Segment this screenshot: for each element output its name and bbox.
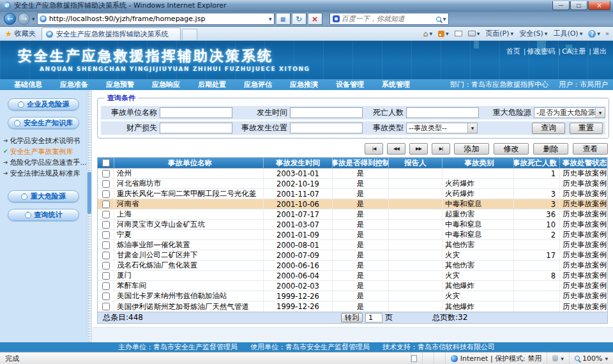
- header-link[interactable]: 首页: [506, 47, 520, 56]
- row-checkbox[interactable]: [102, 201, 110, 208]
- table-row[interactable]: 河南灵宝市义寺山金矿五坑 2001-03-07 是 中毒和窒息 10 历史事故案…: [98, 220, 607, 230]
- nav-item[interactable]: 后期处置: [189, 80, 235, 89]
- accident-type-select[interactable]: --事故类型-- ▼: [406, 123, 478, 133]
- address-chevron-down-icon[interactable]: ▼: [269, 17, 272, 21]
- row-checkbox[interactable]: [102, 190, 110, 198]
- column-header[interactable]: 事故单位名称: [114, 158, 264, 168]
- major-hazard-select[interactable]: -是否为重大危险源- ▼: [534, 107, 605, 118]
- row-checkbox[interactable]: [102, 221, 110, 229]
- refresh-icon[interactable]: ↻: [292, 13, 306, 25]
- table-row[interactable]: 重庆长风化一车间二苯甲酮工段二号光化釜 2001-11-07 是 火药爆炸 3 …: [98, 189, 607, 199]
- action-button[interactable]: 修改: [494, 143, 529, 155]
- sidebar-item[interactable]: ➔ 安全法律法规及标准库: [0, 168, 87, 179]
- history-chevron-down-icon[interactable]: ▼: [32, 17, 35, 21]
- search-magnifier-icon[interactable]: [436, 17, 441, 22]
- nav-item[interactable]: 设备管理: [327, 80, 373, 89]
- nav-item[interactable]: 应急推演: [281, 80, 327, 89]
- pager-button[interactable]: ◀◀: [387, 143, 405, 155]
- zoom-segment[interactable]: 100% ▼: [569, 353, 613, 364]
- feed-button[interactable]: ▼: [436, 31, 451, 37]
- table-row[interactable]: 炼油事业部—催化装置 2000-08-01 是 其他伤害 历史事故案例: [98, 240, 607, 250]
- death-count-input[interactable]: [406, 107, 479, 118]
- search-input[interactable]: [342, 15, 434, 23]
- location-input[interactable]: [290, 123, 363, 133]
- page-number-input[interactable]: [365, 313, 382, 322]
- maximize-button[interactable]: □: [570, 1, 587, 10]
- safety-menu[interactable]: 安全(S)▼: [517, 29, 549, 38]
- sidebar-item[interactable]: ✔ 安全生产事故案例库: [0, 146, 87, 157]
- overflow-chevron-icon[interactable]: »: [604, 30, 610, 37]
- table-row[interactable]: 宁夏 2001-01-09 是 中毒和窒息 2 历史事故案例: [98, 230, 607, 240]
- nav-item[interactable]: 应急准备: [51, 80, 97, 89]
- active-tab[interactable]: e 安全生产应急救援指挥辅助决策系统: [42, 27, 181, 40]
- sidebar-group-button[interactable]: ˇ 企业及危险源: [8, 98, 79, 110]
- row-checkbox[interactable]: [102, 231, 110, 239]
- pager-button[interactable]: |◀: [365, 143, 383, 155]
- new-tab-button[interactable]: [182, 29, 197, 40]
- table-row[interactable]: 美国北卡罗来纳州韦兹伯勒加油站 1999-12-26 是 火灾 历史事故案例: [98, 291, 607, 301]
- table-row[interactable]: 美国伊利诺斯州芝加哥炼油厂天然气管道 1999-12-26 是 其他爆炸 历史事…: [98, 301, 607, 312]
- sidebar-item[interactable]: ➔ 化学品安全技术说明书: [0, 135, 87, 146]
- reset-button[interactable]: 重置: [570, 123, 603, 134]
- row-checkbox[interactable]: [102, 170, 110, 178]
- column-header[interactable]: 事故处警状态: [560, 158, 607, 168]
- stop-icon[interactable]: ×: [308, 13, 322, 25]
- pager-button[interactable]: ▶|: [432, 143, 450, 155]
- forward-button[interactable]: →: [18, 13, 30, 25]
- nav-item[interactable]: 应急预警: [97, 80, 143, 89]
- read-mail-button[interactable]: [453, 31, 464, 36]
- nav-item[interactable]: 应急评估: [235, 80, 281, 89]
- table-row[interactable]: 河北省廊坊市 2002-10-19 是 火药爆炸 历史事故案例: [98, 179, 607, 189]
- page-menu[interactable]: 页面(P)▼: [483, 29, 515, 38]
- row-checkbox[interactable]: [102, 252, 110, 259]
- search-box[interactable]: ▼: [329, 13, 450, 25]
- column-header[interactable]: 事故发生时间: [264, 158, 333, 168]
- compatibility-view-icon[interactable]: ▦: [276, 13, 291, 25]
- sidebar-splitter[interactable]: [87, 90, 92, 342]
- table-row[interactable]: 苯酐车间 2000-02-03 是 其他爆炸 历史事故案例: [98, 281, 607, 291]
- home-button[interactable]: ⌂▼: [421, 29, 434, 38]
- search-chevron-down-icon[interactable]: ▼: [443, 17, 446, 21]
- row-checkbox[interactable]: [102, 303, 110, 310]
- sidebar-item[interactable]: ➔ 危险化学品应急速查手...: [0, 157, 87, 168]
- table-row[interactable]: 沧州 2003-01-01 是 1 历史事故案例: [98, 169, 607, 179]
- column-header[interactable]: 报告人: [389, 158, 443, 168]
- goto-button[interactable]: 转到: [341, 313, 363, 322]
- favorites-button[interactable]: ★ 收藏夹: [3, 29, 42, 40]
- table-row[interactable]: 甘肃金川公司二矿区井下 2000-07-09 是 火灾 17 历史事故案例: [98, 250, 607, 261]
- print-button[interactable]: ▼: [466, 31, 482, 36]
- row-checkbox[interactable]: [102, 272, 110, 280]
- header-link[interactable]: 修改密码: [520, 47, 556, 56]
- minimize-button[interactable]: —: [552, 1, 570, 10]
- address-field[interactable]: e http://localhost:90/yjzh/frame/homepag…: [37, 13, 275, 25]
- row-checkbox[interactable]: [102, 262, 110, 269]
- help-menu[interactable]: ?▼: [586, 30, 602, 38]
- header-link[interactable]: CA注册: [555, 47, 586, 56]
- nav-item[interactable]: 系统管理: [373, 80, 419, 89]
- column-header[interactable]: 事故类别: [443, 158, 514, 168]
- protected-mode-segment[interactable]: ▼: [547, 353, 569, 364]
- tools-menu[interactable]: 工具(O)▼: [551, 29, 584, 38]
- sidebar-group-button[interactable]: ˇ 重大危险源: [8, 190, 79, 202]
- nav-item[interactable]: 应急响应: [143, 80, 189, 89]
- sidebar-group-button[interactable]: ˇ 查询统计: [8, 209, 79, 221]
- sidebar-group-button[interactable]: ˇ 安全生产知识库: [8, 117, 79, 129]
- scrollbar-thumb[interactable]: [87, 172, 91, 214]
- unit-name-input[interactable]: [160, 107, 232, 118]
- row-checkbox[interactable]: [102, 282, 110, 290]
- occur-time-input[interactable]: [290, 107, 363, 118]
- action-button[interactable]: 添加: [454, 143, 489, 155]
- table-row[interactable]: 河南省 2001-10-06 是 中毒和窒息 3 历史事故案例: [98, 199, 607, 209]
- action-button[interactable]: 查看: [573, 143, 608, 155]
- row-checkbox[interactable]: [102, 180, 110, 188]
- table-row[interactable]: 上海 2001-07-17 是 起重伤害 36 历史事故案例: [98, 209, 607, 220]
- column-header[interactable]: 事故死亡人数: [514, 158, 560, 168]
- nav-item[interactable]: 基础信息: [5, 80, 51, 89]
- header-link[interactable]: 退出: [586, 47, 607, 56]
- row-checkbox[interactable]: [102, 241, 110, 249]
- row-checkbox[interactable]: [102, 211, 110, 218]
- back-button[interactable]: ←: [4, 13, 16, 25]
- table-row[interactable]: 厦门 2000-06-04 是 火灾 8 历史事故案例: [98, 271, 607, 281]
- pager-button[interactable]: ▶▶: [409, 143, 428, 155]
- row-checkbox[interactable]: [102, 292, 110, 300]
